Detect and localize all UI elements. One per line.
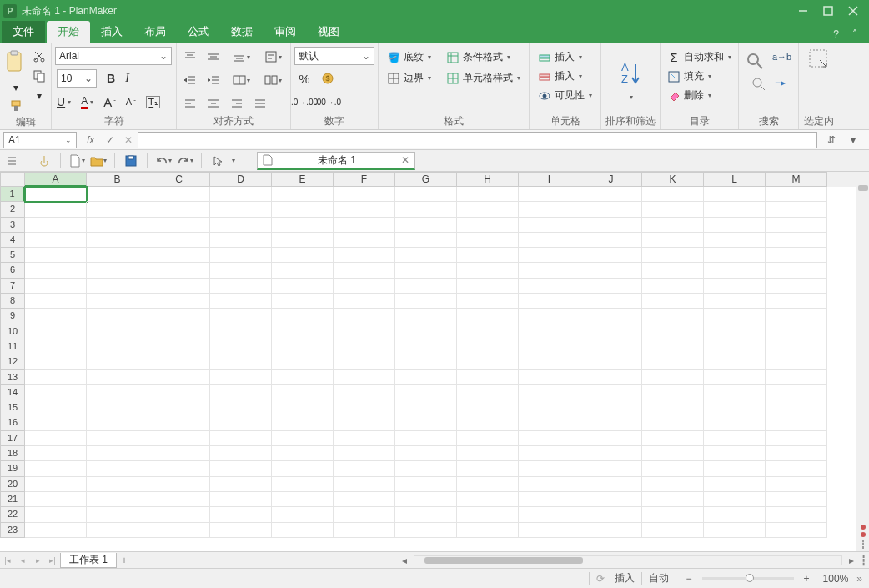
cell[interactable] [395,400,457,415]
cell[interactable] [766,233,827,248]
qa-touch-button[interactable] [36,152,53,170]
column-header[interactable]: K [642,172,704,187]
orientation-button[interactable]: ▾ [259,70,287,90]
cell[interactable] [395,385,457,400]
cell[interactable] [766,523,827,538]
row-header[interactable]: 16 [0,415,25,430]
row-header[interactable]: 13 [0,370,25,385]
cell[interactable] [642,354,704,369]
cell[interactable] [642,218,704,233]
cell[interactable] [580,309,642,324]
insert-cells-button[interactable]: 插入▾ [538,50,592,64]
row-header[interactable]: 19 [0,461,25,476]
cell[interactable] [87,263,148,278]
qa-more-button[interactable]: ▾ [232,157,235,164]
cell[interactable] [148,339,210,354]
cell[interactable] [210,294,272,309]
cell[interactable] [766,415,827,430]
copy-button[interactable] [31,67,48,85]
cell[interactable] [334,324,395,339]
cell[interactable] [87,400,148,415]
cell[interactable] [642,248,704,263]
cell[interactable] [580,218,642,233]
cell[interactable] [25,263,87,278]
cell[interactable] [148,354,210,369]
vertical-scrollbar[interactable]: ┇ [856,172,869,551]
cell[interactable] [395,446,457,461]
cell[interactable] [642,385,704,400]
cell[interactable] [580,263,642,278]
cell[interactable] [580,354,642,369]
column-header[interactable]: L [704,172,766,187]
cell[interactable] [334,187,395,202]
cell[interactable] [25,233,87,248]
cell[interactable] [766,370,827,385]
cell[interactable] [519,354,580,369]
sync-icon[interactable]: ⟳ [596,573,605,585]
row-header[interactable]: 21 [0,492,25,507]
cell[interactable] [334,431,395,446]
cell[interactable] [272,507,334,522]
zoom-level[interactable]: 100% [823,573,849,585]
split-icon[interactable]: ┇ [861,540,866,549]
cell[interactable] [642,324,704,339]
cell[interactable] [766,446,827,461]
cell[interactable] [272,446,334,461]
cell[interactable] [519,309,580,324]
qa-list-button[interactable] [3,152,20,170]
cell[interactable] [395,324,457,339]
increase-font-button[interactable]: Aˆ [103,95,116,109]
row-header[interactable]: 10 [0,324,25,339]
cell[interactable] [272,218,334,233]
menu-insert[interactable]: 插入 [90,21,133,43]
select-all-corner[interactable] [0,172,25,187]
menu-collapse[interactable]: ˄ [849,25,869,43]
cell[interactable] [87,294,148,309]
cell[interactable] [334,294,395,309]
cell[interactable] [457,187,519,202]
cell[interactable] [519,339,580,354]
cell[interactable] [210,507,272,522]
cell[interactable] [642,431,704,446]
cell[interactable] [395,461,457,476]
cell[interactable] [148,461,210,476]
cell[interactable] [766,507,827,522]
cell[interactable] [704,339,766,354]
row-header[interactable]: 18 [0,446,25,461]
cell[interactable] [580,294,642,309]
cell[interactable] [642,400,704,415]
cell[interactable] [704,233,766,248]
row-header[interactable]: 2 [0,202,25,217]
cell[interactable] [457,415,519,430]
cell[interactable] [457,218,519,233]
cell[interactable] [148,446,210,461]
menu-formula[interactable]: 公式 [177,21,220,43]
cell[interactable] [25,415,87,430]
row-header[interactable]: 17 [0,431,25,446]
menu-help[interactable]: ? [823,25,849,43]
cell[interactable] [334,507,395,522]
formula-accept-button[interactable]: ✓ [106,134,114,146]
sheet-nav-last[interactable]: ▸| [45,556,60,565]
cell[interactable] [272,202,334,217]
cell[interactable] [87,461,148,476]
cell[interactable] [25,523,87,538]
cell[interactable] [334,233,395,248]
insert-cells-2-button[interactable]: 插入▾ [538,69,592,83]
find-next-button[interactable] [751,77,766,92]
cell[interactable] [580,431,642,446]
cell[interactable] [395,279,457,294]
cell[interactable] [457,461,519,476]
cell[interactable] [519,279,580,294]
qa-undo-button[interactable]: ▾ [155,152,172,170]
cell[interactable] [395,233,457,248]
cell[interactable] [87,523,148,538]
cell[interactable] [580,248,642,263]
cell[interactable] [766,431,827,446]
menu-layout[interactable]: 布局 [133,21,177,43]
cell[interactable] [642,415,704,430]
cell[interactable] [210,461,272,476]
currency-button[interactable]: $ [318,68,338,88]
cell[interactable] [395,339,457,354]
cell[interactable] [766,461,827,476]
